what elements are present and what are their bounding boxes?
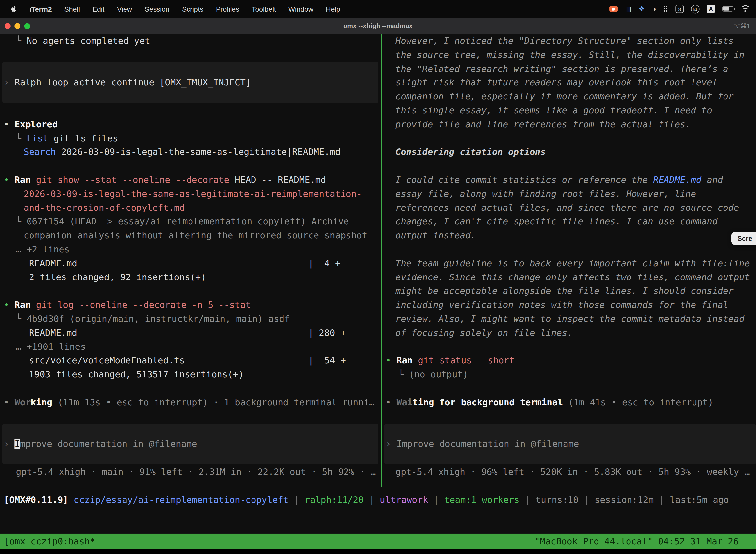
text-segment: essay file, along with finding root file… — [395, 189, 696, 199]
terminal-line: • Waiting for background terminal (1m 41… — [386, 395, 756, 409]
left-pane[interactable]: └ No agents completed yet› Ralph loop ac… — [0, 34, 381, 487]
text-segment: companion file, especially if more comme… — [395, 91, 734, 102]
wifi-icon[interactable] — [741, 5, 750, 12]
text-segment: session:12m — [594, 494, 653, 505]
text-segment: I — [15, 439, 20, 449]
menu-toolbelt[interactable]: Toolbelt — [252, 5, 276, 13]
screen-sharing-tab[interactable]: Scre — [731, 232, 756, 245]
apple-menu-icon[interactable] — [10, 5, 17, 13]
text-segment: 2026-03-09-is-legal-the-same-as-legitima… — [23, 189, 362, 199]
text-segment: (no output) — [409, 369, 468, 379]
circle-icon[interactable]: ◑ — [652, 5, 656, 13]
text-segment: src/voice/voiceModeEnabled.ts | 54 + — [29, 355, 346, 365]
text-segment: ultrawork — [380, 494, 428, 505]
terminal-line: └ (no output) — [386, 368, 756, 382]
battery-icon[interactable] — [722, 6, 734, 12]
text-segment: mprove documentation in @filename — [20, 439, 197, 449]
menu-view[interactable]: View — [117, 5, 132, 13]
menu-app-name[interactable]: iTerm2 — [29, 5, 52, 13]
text-segment: No agents completed yet — [26, 36, 150, 46]
keypad-icon[interactable]: 8 — [675, 5, 684, 13]
left-pane-lines: └ No agents completed yet› Ralph loop ac… — [0, 34, 381, 479]
terminal-line: However, I noticed the "Directory Struct… — [386, 34, 756, 48]
terminal-line: output instead. — [386, 229, 756, 243]
text-segment: However, I noticed the "Directory Struct… — [395, 36, 734, 46]
close-button[interactable] — [5, 23, 10, 29]
terminal-line — [4, 48, 381, 62]
terminal-line — [386, 340, 756, 354]
right-pane-lines: However, I noticed the "Directory Struct… — [382, 34, 756, 479]
battery-percentage-icon[interactable]: 61 — [691, 4, 700, 13]
text-segment: companion analysis without altering the … — [23, 230, 367, 240]
text-segment — [52, 397, 58, 407]
text-segment: (1m 41s • esc to interrupt) — [568, 397, 713, 407]
text-segment: | — [654, 494, 670, 505]
right-pane[interactable]: However, I noticed the "Directory Struct… — [382, 34, 756, 487]
menu-session[interactable]: Session — [145, 5, 170, 13]
terminal-line: the "Related research writing" section i… — [386, 62, 756, 76]
text-segment: last:5m ago — [670, 494, 729, 505]
text-segment: └ — [16, 216, 26, 227]
window-title-bar[interactable]: omx --xhigh --madmax ⌥⌘1 — [0, 18, 756, 34]
zoom-button[interactable] — [24, 23, 30, 29]
terminal-line — [4, 451, 381, 465]
window-shortcut-badge: ⌥⌘1 — [733, 22, 750, 29]
app-grid-icon[interactable]: ⣿ — [663, 5, 668, 13]
tmux-status-bar: [omx-cczip0:bash* "MacBook-Pro-44.local"… — [0, 534, 756, 549]
menu-scripts[interactable]: Scripts — [182, 5, 203, 13]
pane-divider[interactable] — [381, 34, 382, 487]
menu-window[interactable]: Window — [289, 5, 313, 13]
prompt-line: › Improve documentation in @filename — [386, 437, 756, 451]
text-segment: | — [578, 494, 594, 505]
terminal-line: provide file and line references from th… — [386, 118, 756, 131]
text-segment: of focusing solely on file lines. — [395, 327, 572, 338]
text-segment: | — [364, 494, 380, 505]
text-segment: Ran — [15, 175, 31, 185]
terminal-line — [4, 104, 381, 118]
terminal-line: 1903 files changed, 513517 insertions(+) — [4, 368, 381, 382]
text-segment — [31, 175, 36, 185]
terminal-line — [4, 284, 381, 298]
menu-profiles[interactable]: Profiles — [216, 5, 239, 13]
terminal-line: companion file, especially if more comme… — [386, 90, 756, 104]
terminal-line — [386, 382, 756, 395]
menu-shell[interactable]: Shell — [64, 5, 80, 13]
minimize-button[interactable] — [14, 23, 20, 29]
text-segment: review. Also, I might want to inspect th… — [395, 314, 744, 324]
terminal-line: the source tree, missing the essay. Stil… — [386, 48, 756, 62]
screen-recording-indicator-icon[interactable] — [610, 6, 618, 12]
terminal-line: this single essay, it seems like a good … — [386, 104, 756, 118]
text-segment: Explored — [15, 119, 58, 129]
tmux-session-label[interactable]: [omx-cczip0:bash* — [0, 534, 95, 549]
terminal-line: • Working (11m 13s • esc to interrupt) ·… — [4, 395, 381, 409]
terminal-line: └ 4b9d30f (origin/main, instructkr/main,… — [4, 312, 381, 326]
terminal-line: README.md | 280 + — [4, 326, 381, 340]
terminal-line — [386, 159, 756, 173]
text-segment: the "Related research writing" section i… — [395, 63, 728, 74]
screen: iTerm2 Shell Edit View Session Scripts P… — [0, 0, 756, 554]
text-segment: ralph:11/20 — [305, 494, 364, 505]
terminal-line — [386, 243, 756, 257]
text-segment — [563, 397, 568, 407]
prompt-line: › Improve documentation in @filename — [4, 437, 381, 451]
text-segment: 1903 files changed, 513517 insertions(+) — [29, 369, 244, 379]
grid-icon[interactable]: ▦ — [625, 5, 631, 13]
text-segment: team:1 workers — [444, 494, 519, 505]
text-segment: | — [519, 494, 536, 505]
sparkle-icon[interactable]: ❖ — [639, 5, 645, 13]
text-segment: Wor — [15, 397, 31, 407]
text-segment: evidence. Since this change only affects… — [395, 272, 750, 282]
text-segment: cczip/essay/ai-reimplementation-copyleft — [74, 494, 289, 505]
text-segment: └ — [16, 133, 26, 143]
menu-edit[interactable]: Edit — [92, 5, 105, 13]
menu-help[interactable]: Help — [326, 5, 340, 13]
text-segment: • — [4, 299, 15, 310]
text-segment: 2026-03-09-is-legal-the-same-as-legitima… — [56, 147, 340, 157]
text-segment: List — [26, 133, 48, 143]
text-segment: changes, I can't cite specific file line… — [395, 216, 717, 227]
text-segment: and-the-erosion-of-copyleft.md — [23, 203, 185, 213]
pane-bottom-separator — [0, 487, 756, 487]
text-segment — [413, 355, 418, 365]
text-segment: Improve documentation in @filename — [396, 439, 579, 449]
input-source-icon[interactable]: A — [707, 5, 715, 13]
